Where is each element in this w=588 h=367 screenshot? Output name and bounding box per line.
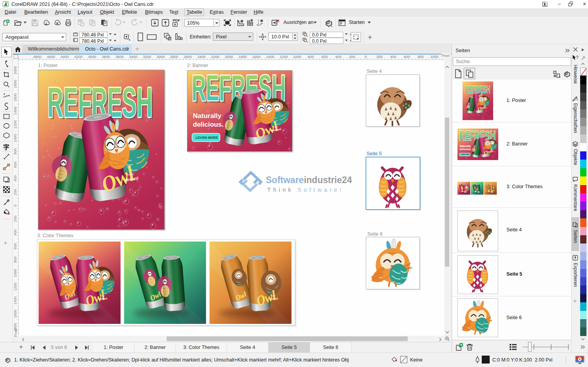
svg-text:1: Poster: 1: Poster: [38, 63, 58, 68]
svg-text:Softwareindustrie24: Softwareindustrie24: [266, 175, 352, 185]
svg-text:Seite 4: Seite 4: [367, 69, 382, 74]
svg-text:x: x: [307, 35, 308, 37]
svg-text:Seite 5: Seite 5: [367, 151, 382, 156]
svg-text:Think Software!: Think Software!: [267, 187, 344, 193]
svg-text:2: Banner: 2: Banner: [187, 63, 208, 68]
svg-text:3: Color Themes: 3: Color Themes: [37, 233, 73, 238]
svg-text:y: y: [307, 41, 308, 43]
svg-text:Seite 6: Seite 6: [367, 231, 383, 237]
